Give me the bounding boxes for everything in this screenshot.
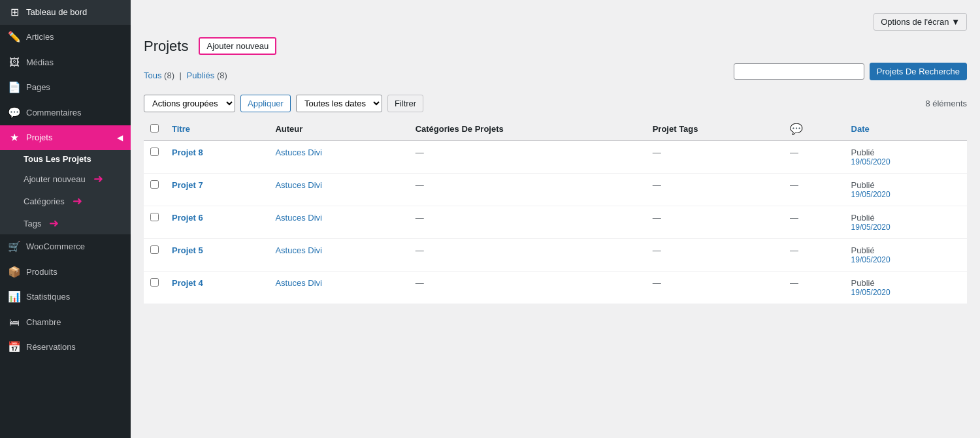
- row-titre: Projet 4: [165, 272, 269, 304]
- author-link[interactable]: Astuces Divi: [275, 148, 322, 157]
- filter-links: Tous (8) | Publiés (8): [144, 70, 227, 80]
- search-button[interactable]: Projets De Recherche: [870, 63, 967, 80]
- row-checkbox[interactable]: [150, 148, 159, 156]
- sidebar-item-articles[interactable]: ✏️ Articles: [0, 25, 131, 50]
- author-link[interactable]: Astuces Divi: [275, 278, 322, 288]
- arrow-tags: ➜: [49, 216, 59, 230]
- row-date: Publié 19/05/2020: [845, 141, 967, 174]
- sidebar-item-commentaires[interactable]: 💬 Commentaires: [0, 101, 131, 125]
- row-date: Publié 19/05/2020: [845, 239, 967, 272]
- project-title-link[interactable]: Projet 5: [172, 245, 203, 255]
- add-new-button[interactable]: Ajouter nouveau: [199, 37, 276, 55]
- actions-select[interactable]: Actions groupées: [144, 95, 235, 112]
- table-row: Projet 8 Astuces Divi — — — Publié 19/05…: [144, 141, 967, 174]
- project-title-link[interactable]: Projet 4: [172, 278, 203, 288]
- row-comments: —: [783, 174, 845, 206]
- col-date[interactable]: Date: [845, 117, 967, 141]
- page-header: Projets Ajouter nouveau: [144, 37, 967, 55]
- row-categories: —: [409, 206, 646, 239]
- author-link[interactable]: Astuces Divi: [275, 213, 322, 223]
- row-titre: Projet 7: [165, 174, 269, 206]
- date-link[interactable]: 19/05/2020: [851, 255, 960, 264]
- dashboard-icon: ⊞: [8, 5, 21, 20]
- dates-select[interactable]: Toutes les dates: [296, 95, 382, 112]
- col-tags: Projet Tags: [646, 117, 783, 141]
- table-row: Projet 4 Astuces Divi — — — Publié 19/05…: [144, 272, 967, 304]
- sidebar-item-tableau-de-bord[interactable]: ⊞ Tableau de bord: [0, 0, 131, 25]
- sidebar-item-projets[interactable]: ★ Projets ◀: [0, 125, 131, 150]
- reservations-icon: 📅: [8, 340, 21, 354]
- sidebar: ⊞ Tableau de bord ✏️ Articles 🖼 Médias 📄…: [0, 0, 131, 438]
- sidebar-item-pages[interactable]: 📄 Pages: [0, 75, 131, 100]
- row-titre: Projet 8: [165, 141, 269, 174]
- chambre-icon: 🛏: [8, 315, 21, 330]
- row-tags: —: [646, 141, 783, 174]
- author-link[interactable]: Astuces Divi: [275, 180, 322, 190]
- sidebar-item-medias[interactable]: 🖼 Médias: [0, 50, 131, 75]
- row-checkbox[interactable]: [150, 278, 159, 287]
- row-checkbox[interactable]: [150, 180, 159, 189]
- row-tags: —: [646, 174, 783, 206]
- select-all-header: [144, 117, 165, 141]
- sidebar-item-tags[interactable]: Tags ➜: [0, 212, 131, 234]
- toolbar-row: Actions groupées Appliquer Toutes les da…: [144, 95, 967, 112]
- row-checkbox-cell: [144, 239, 165, 272]
- page-title: Projets: [144, 38, 188, 55]
- filter-publies[interactable]: Publiés: [187, 70, 215, 80]
- articles-icon: ✏️: [8, 30, 21, 44]
- row-checkbox[interactable]: [150, 213, 159, 221]
- arrow-ajouter-nouveau: ➜: [93, 172, 103, 186]
- apply-button[interactable]: Appliquer: [240, 95, 291, 112]
- row-checkbox-cell: [144, 174, 165, 206]
- screen-options-button[interactable]: Options de l'écran ▼: [874, 13, 967, 31]
- item-count: 8 éléments: [925, 99, 967, 108]
- sidebar-item-reservations[interactable]: 📅 Réservations: [0, 335, 131, 360]
- col-categories: Catégories De Projets: [409, 117, 646, 141]
- row-comments: —: [783, 141, 845, 174]
- row-comments: —: [783, 206, 845, 239]
- arrow-categories: ➜: [73, 194, 82, 208]
- row-checkbox[interactable]: [150, 245, 159, 254]
- row-auteur: Astuces Divi: [269, 239, 408, 272]
- projets-icon: ★: [8, 131, 21, 145]
- woocommerce-icon: 🛒: [8, 240, 21, 254]
- row-checkbox-cell: [144, 206, 165, 239]
- date-link[interactable]: 19/05/2020: [851, 190, 960, 199]
- project-title-link[interactable]: Projet 8: [172, 148, 203, 157]
- sidebar-item-woocommerce[interactable]: 🛒 WooCommerce: [0, 234, 131, 259]
- sidebar-item-ajouter-nouveau[interactable]: Ajouter nouveau ➜: [0, 168, 131, 190]
- row-auteur: Astuces Divi: [269, 206, 408, 239]
- project-title-link[interactable]: Projet 7: [172, 180, 203, 190]
- pages-icon: 📄: [8, 80, 21, 95]
- col-titre[interactable]: Titre: [165, 117, 269, 141]
- submenu-header: Tous Les Projets: [0, 150, 131, 168]
- row-categories: —: [409, 272, 646, 304]
- row-tags: —: [646, 239, 783, 272]
- row-titre: Projet 6: [165, 206, 269, 239]
- row-auteur: Astuces Divi: [269, 141, 408, 174]
- comment-bubble-icon: 💬: [790, 123, 803, 134]
- date-link[interactable]: 19/05/2020: [851, 157, 960, 166]
- row-date: Publié 19/05/2020: [845, 206, 967, 239]
- date-link[interactable]: 19/05/2020: [851, 288, 960, 297]
- col-auteur: Auteur: [269, 117, 408, 141]
- sidebar-item-produits[interactable]: 📦 Produits: [0, 260, 131, 285]
- col-comments: 💬: [783, 117, 845, 141]
- select-all-checkbox[interactable]: [150, 124, 159, 133]
- row-titre: Projet 5: [165, 239, 269, 272]
- commentaires-icon: 💬: [8, 106, 21, 120]
- filter-button[interactable]: Filtrer: [387, 95, 423, 112]
- author-link[interactable]: Astuces Divi: [275, 245, 322, 255]
- row-comments: —: [783, 272, 845, 304]
- sidebar-item-statistiques[interactable]: 📊 Statistiques: [0, 285, 131, 309]
- date-link[interactable]: 19/05/2020: [851, 223, 960, 232]
- project-title-link[interactable]: Projet 6: [172, 213, 203, 223]
- sidebar-item-chambre[interactable]: 🛏 Chambre: [0, 310, 131, 335]
- row-auteur: Astuces Divi: [269, 272, 408, 304]
- search-area: Projets De Recherche: [734, 63, 967, 80]
- filter-tous[interactable]: Tous: [144, 70, 161, 80]
- search-input[interactable]: [734, 63, 864, 80]
- sidebar-item-categories[interactable]: Catégories ➜: [0, 190, 131, 212]
- table-row: Projet 7 Astuces Divi — — — Publié 19/05…: [144, 174, 967, 206]
- top-bar: Options de l'écran ▼: [144, 13, 967, 31]
